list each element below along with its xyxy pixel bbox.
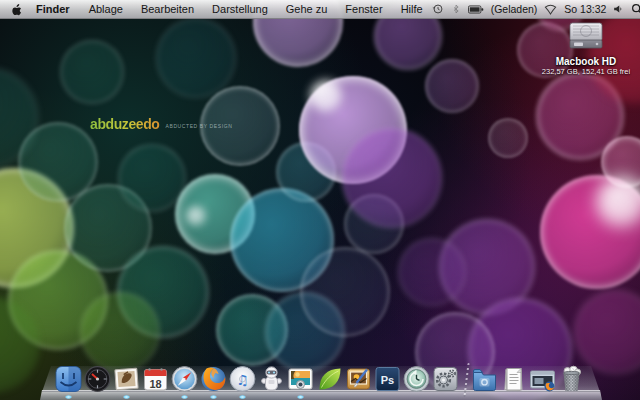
svg-text:♫: ♫ xyxy=(236,372,249,388)
trash-icon xyxy=(558,365,586,393)
time-machine-icon xyxy=(403,365,431,393)
running-indicator xyxy=(297,395,304,399)
dock-item-minimized-window[interactable] xyxy=(529,365,557,393)
iphoto-icon xyxy=(287,365,315,393)
firefox-icon xyxy=(200,365,228,393)
hard-drive-icon xyxy=(566,21,606,55)
menu-hilfe[interactable]: Hilfe xyxy=(392,0,432,18)
dashboard-icon xyxy=(84,365,112,393)
battery-status-label[interactable]: (Geladen) xyxy=(491,3,538,15)
running-indicator xyxy=(123,395,130,399)
dock-item-safari[interactable] xyxy=(171,365,199,393)
bokeh-circle xyxy=(18,122,98,202)
dock-item-system-preferences[interactable] xyxy=(432,365,460,393)
menu-ablage[interactable]: Ablage xyxy=(80,0,132,18)
dock-item-itunes[interactable]: ♫♫ xyxy=(229,365,257,393)
bokeh-circle xyxy=(299,76,407,184)
bokeh-circle xyxy=(344,194,404,254)
bokeh-circle xyxy=(300,247,390,337)
bokeh-circle xyxy=(536,72,624,160)
volume-free-space: 232,57 GB, 152,41 GB frei xyxy=(540,67,632,76)
menu-finder[interactable]: Finder xyxy=(27,0,80,18)
bokeh-circle xyxy=(230,188,334,292)
dock-item-image-editor[interactable] xyxy=(345,365,373,393)
menu-bearbeiten[interactable]: Bearbeiten xyxy=(132,0,203,18)
dock-item-finder[interactable] xyxy=(55,365,83,393)
safari-icon xyxy=(171,365,199,393)
bokeh-circle xyxy=(175,174,255,254)
svg-text:18: 18 xyxy=(149,378,161,390)
image-editor-icon xyxy=(345,365,373,393)
bokeh-circle xyxy=(60,40,124,104)
running-indicator xyxy=(239,395,246,399)
dock-divider[interactable] xyxy=(461,361,470,393)
menubar: Finder Ablage Bearbeiten Darstellung Geh… xyxy=(0,0,640,19)
menu-fenster[interactable]: Fenster xyxy=(336,0,391,18)
dock-item-dashboard[interactable] xyxy=(84,365,112,393)
automator-icon xyxy=(258,365,286,393)
bokeh-circle xyxy=(596,176,640,228)
documents-stack-icon xyxy=(500,365,528,393)
airport-icon[interactable] xyxy=(544,4,557,15)
dock-item-time-machine[interactable] xyxy=(403,365,431,393)
bokeh-circle xyxy=(276,142,336,202)
applications-folder-icon xyxy=(471,365,499,393)
apple-menu-icon[interactable] xyxy=(10,3,27,16)
bokeh-circle xyxy=(540,175,640,289)
bokeh-circle xyxy=(310,80,342,112)
desktop: abduzeedo ABDUCTED BY DESIGN Finder Abla… xyxy=(0,0,640,400)
dock-item-documents-stack[interactable] xyxy=(500,365,528,393)
spotlight-icon[interactable] xyxy=(631,3,640,15)
bokeh-circle xyxy=(601,136,640,188)
mail-icon xyxy=(113,365,141,393)
wallpaper-logo-text: abduzeedo xyxy=(90,116,160,132)
bokeh-circle xyxy=(64,184,152,272)
dock-item-firefox[interactable] xyxy=(200,365,228,393)
bokeh-circle xyxy=(0,168,74,288)
volume-name: Macbook HD xyxy=(540,56,632,67)
dock-item-iphoto[interactable] xyxy=(287,365,315,393)
svg-text:Ps: Ps xyxy=(381,374,394,386)
bokeh-circle xyxy=(118,144,186,212)
bokeh-circle xyxy=(8,250,108,350)
menubar-clock[interactable]: So 13:32 xyxy=(564,3,606,15)
menu-darstellung[interactable]: Darstellung xyxy=(203,0,277,18)
wallpaper-logo: abduzeedo ABDUCTED BY DESIGN xyxy=(90,116,232,132)
dock-item-ical[interactable]: 1818 xyxy=(142,365,170,393)
bokeh-circle xyxy=(439,219,535,315)
dock-item-automator[interactable] xyxy=(258,365,286,393)
bokeh-circle xyxy=(117,246,209,338)
desktop-volume-macbook-hd[interactable]: Macbook HD 232,57 GB, 152,41 GB frei xyxy=(540,21,632,76)
running-indicator xyxy=(65,395,72,399)
ical-icon: 18 xyxy=(142,365,170,393)
battery-icon[interactable] xyxy=(468,5,484,14)
volume-icon[interactable] xyxy=(613,4,624,14)
dock-item-trash[interactable] xyxy=(558,365,586,393)
bokeh-circle xyxy=(156,18,236,98)
finder-icon xyxy=(55,365,83,393)
dock-item-applications-folder[interactable] xyxy=(471,365,499,393)
system-preferences-icon xyxy=(432,365,460,393)
bokeh-circle xyxy=(342,128,442,228)
running-indicator xyxy=(181,395,188,399)
bluetooth-icon[interactable] xyxy=(451,3,461,15)
dock-item-photoshop[interactable]: PsPs xyxy=(374,365,402,393)
wallpaper-logo-tagline: ABDUCTED BY DESIGN xyxy=(166,123,233,129)
photoshop-icon: Ps xyxy=(374,365,402,393)
dock-item-mail[interactable] xyxy=(113,365,141,393)
bokeh-circle xyxy=(398,238,466,306)
time-machine-menu-icon[interactable] xyxy=(432,3,444,15)
minimized-window-icon xyxy=(529,365,557,393)
bokeh-circle xyxy=(186,206,206,226)
running-indicator xyxy=(210,395,217,399)
itunes-icon: ♫ xyxy=(229,365,257,393)
bokeh-circle xyxy=(425,59,479,113)
coda-icon xyxy=(316,365,344,393)
dock-item-coda[interactable] xyxy=(316,365,344,393)
bokeh-circle xyxy=(488,118,528,158)
menu-gehe-zu[interactable]: Gehe zu xyxy=(277,0,337,18)
dock: 1818♫♫PsPs xyxy=(0,354,640,400)
bokeh-circle xyxy=(0,68,38,168)
